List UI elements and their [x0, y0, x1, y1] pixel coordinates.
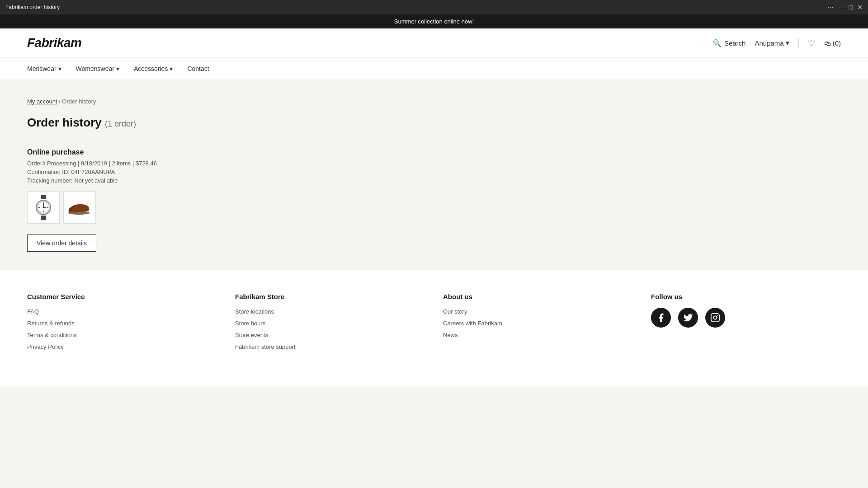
- footer-store-support-link[interactable]: Fabrikam store support: [235, 343, 296, 350]
- instagram-link[interactable]: [705, 308, 725, 328]
- title-divider: [27, 137, 841, 137]
- footer-terms-link[interactable]: Terms & conditions: [27, 332, 77, 338]
- page-title: Order history (1 order): [27, 116, 841, 130]
- footer-store-events-link[interactable]: Store events: [235, 332, 268, 338]
- watch-image: [33, 195, 54, 220]
- header-actions: 🔍 Search Anupama ▾ ♡ 🛍 (0): [712, 38, 841, 48]
- facebook-link[interactable]: [651, 308, 671, 328]
- search-button[interactable]: 🔍 Search: [712, 39, 746, 47]
- list-item: Terms & conditions: [27, 331, 217, 338]
- nav-womenswear-chevron: ▾: [116, 65, 119, 72]
- browser-controls[interactable]: ⋯ — □ ✕: [827, 4, 863, 11]
- footer-about-us: About us Our story Careers with Fabrikam…: [443, 293, 633, 355]
- list-item: Careers with Fabrikam: [443, 319, 633, 327]
- view-order-details-button[interactable]: View order details: [27, 235, 96, 252]
- footer-privacy-link[interactable]: Privacy Policy: [27, 343, 64, 350]
- breadcrumb: My account / Order history: [27, 98, 841, 105]
- footer-store-links: Store locations Store hours Store events…: [235, 308, 425, 350]
- svg-point-14: [717, 315, 718, 316]
- order-confirmation-line: Confirmation ID: 04F720AANUPA: [27, 169, 841, 175]
- svg-rect-0: [41, 195, 46, 199]
- nav-womenswear[interactable]: Womenswear ▾: [76, 58, 119, 80]
- cart-button[interactable]: 🛍 (0): [824, 39, 841, 47]
- product-thumbnail-watch[interactable]: [27, 191, 60, 224]
- tracking-value: Not yet available: [74, 177, 118, 184]
- site-header: Fabrikam 🔍 Search Anupama ▾ ♡ 🛍 (0): [0, 28, 868, 58]
- user-dropdown-icon: ▾: [786, 39, 789, 47]
- browser-tab-title: Fabrikam order history: [5, 4, 60, 10]
- confirmation-id-value: 04F720AANUPA: [71, 169, 115, 175]
- order-card: Online purchase Order# Processing | 9/18…: [27, 148, 841, 252]
- list-item: Store hours: [235, 319, 425, 327]
- nav-contact-label: Contact: [187, 65, 209, 72]
- svg-point-13: [713, 316, 717, 319]
- twitter-icon: [683, 313, 693, 323]
- footer-store-locations-link[interactable]: Store locations: [235, 308, 274, 315]
- footer-follow-us: Follow us: [651, 293, 841, 355]
- order-tracking-line: Tracking number: Not yet available: [27, 177, 841, 184]
- nav-menswear-label: Menswear: [27, 65, 57, 72]
- footer-grid: Customer Service FAQ Returns & refunds T…: [27, 293, 841, 355]
- footer-customer-service: Customer Service FAQ Returns & refunds T…: [27, 293, 217, 355]
- footer-our-story-link[interactable]: Our story: [443, 308, 467, 315]
- svg-rect-1: [41, 216, 46, 220]
- product-thumbnails: [27, 191, 841, 224]
- nav-womenswear-label: Womenswear: [76, 65, 114, 72]
- wishlist-button[interactable]: ♡: [808, 38, 815, 48]
- header-divider: [798, 38, 799, 47]
- order-type-label: Online purchase: [27, 148, 841, 156]
- site-footer: Customer Service FAQ Returns & refunds T…: [0, 270, 868, 386]
- browser-menu-icon[interactable]: ⋯: [827, 4, 834, 11]
- list-item: Store events: [235, 331, 425, 338]
- nav-accessories-label: Accessories: [134, 65, 168, 72]
- social-icons: [651, 308, 841, 328]
- breadcrumb-current: Order history: [62, 98, 96, 105]
- browser-close-icon[interactable]: ✕: [857, 4, 863, 11]
- nav-menswear[interactable]: Menswear ▾: [27, 58, 61, 80]
- facebook-icon: [656, 313, 666, 323]
- nav-accessories-chevron: ▾: [170, 65, 173, 72]
- tracking-label: Tracking number:: [27, 177, 74, 184]
- confirmation-id-label: Confirmation ID:: [27, 169, 71, 175]
- nav-accessories[interactable]: Accessories ▾: [134, 58, 173, 80]
- instagram-icon: [710, 313, 720, 323]
- list-item: FAQ: [27, 308, 217, 315]
- list-item: Privacy Policy: [27, 343, 217, 350]
- announcement-bar: Summer collection online now!: [0, 14, 868, 28]
- footer-fabrikam-store-title: Fabrikam Store: [235, 293, 425, 300]
- footer-news-link[interactable]: News: [443, 332, 458, 338]
- list-item: Returns & refunds: [27, 319, 217, 327]
- search-icon: 🔍: [712, 39, 722, 47]
- cart-count-label: (0): [833, 39, 841, 47]
- footer-customer-service-title: Customer Service: [27, 293, 217, 300]
- nav-menswear-chevron: ▾: [58, 65, 61, 72]
- order-history-title: Order history: [27, 116, 102, 129]
- user-name-label: Anupama: [755, 39, 783, 47]
- footer-customer-service-links: FAQ Returns & refunds Terms & conditions…: [27, 308, 217, 350]
- list-item: Store locations: [235, 308, 425, 315]
- footer-careers-link[interactable]: Careers with Fabrikam: [443, 320, 502, 327]
- order-meta-line: Order# Processing | 9/18/2019 | 2 items …: [27, 160, 841, 167]
- footer-about-links: Our story Careers with Fabrikam News: [443, 308, 633, 338]
- footer-store-hours-link[interactable]: Store hours: [235, 320, 265, 327]
- browser-maximize-icon[interactable]: □: [849, 4, 853, 11]
- cart-icon: 🛍: [824, 39, 831, 47]
- nav-contact[interactable]: Contact: [187, 58, 209, 80]
- list-item: News: [443, 331, 633, 338]
- browser-chrome: Fabrikam order history ⋯ — □ ✕: [0, 0, 868, 14]
- announcement-text: Summer collection online now!: [394, 18, 474, 25]
- footer-faq-link[interactable]: FAQ: [27, 308, 39, 315]
- product-thumbnail-shoe[interactable]: [63, 191, 96, 224]
- site-nav: Menswear ▾ Womenswear ▾ Accessories ▾ Co…: [0, 58, 868, 80]
- breadcrumb-my-account-link[interactable]: My account: [27, 98, 57, 105]
- list-item: Our story: [443, 308, 633, 315]
- footer-returns-link[interactable]: Returns & refunds: [27, 320, 75, 327]
- shoe-image: [67, 198, 92, 216]
- footer-fabrikam-store: Fabrikam Store Store locations Store hou…: [235, 293, 425, 355]
- site-logo[interactable]: Fabrikam: [27, 36, 82, 50]
- list-item: Fabrikam store support: [235, 343, 425, 350]
- browser-minimize-icon[interactable]: —: [838, 4, 844, 11]
- user-account-button[interactable]: Anupama ▾: [755, 39, 789, 47]
- order-count-badge: (1 order): [105, 119, 136, 128]
- twitter-link[interactable]: [678, 308, 698, 328]
